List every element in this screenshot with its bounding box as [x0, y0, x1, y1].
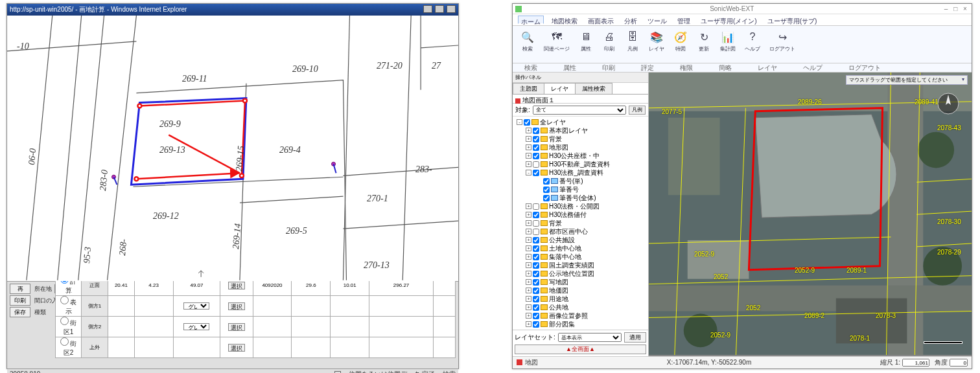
expander-icon[interactable]: + — [526, 144, 531, 150]
layer-checkbox[interactable] — [533, 304, 539, 311]
ribbon-tab[interactable]: 分析 — [622, 16, 640, 24]
scale-input[interactable] — [902, 359, 929, 367]
gray-select[interactable]: グレー — [183, 302, 209, 310]
tree-folder[interactable]: +H30法務・公開図 — [514, 202, 647, 210]
layer-checkbox[interactable] — [533, 212, 539, 218]
ribbon-button[interactable]: 🔍検索 — [518, 28, 537, 60]
tree-folder[interactable]: +部分図集 — [514, 320, 647, 328]
gray-select[interactable]: グレー — [183, 323, 209, 330]
expander-icon[interactable]: + — [526, 136, 531, 142]
expander-icon[interactable]: - — [526, 170, 531, 175]
ribbon-button[interactable]: 🖥属性 — [576, 28, 596, 60]
layer-checkbox[interactable] — [533, 203, 539, 210]
ribbon-tab[interactable]: ホーム — [518, 16, 544, 24]
ribbon-button[interactable]: ?ヘルプ — [742, 28, 763, 60]
radio-gaiku2[interactable] — [60, 337, 69, 346]
tree-folder[interactable]: +地形図 — [514, 143, 647, 152]
ribbon-tab[interactable]: ユーザ専用(メイン) — [698, 16, 760, 24]
tree-folder[interactable]: +背景 — [514, 219, 647, 227]
tree-folder[interactable]: +写地図 — [514, 278, 647, 286]
layer-checkbox[interactable] — [533, 229, 539, 235]
expander-icon[interactable]: + — [526, 212, 531, 218]
filter-select[interactable]: 全て — [533, 106, 626, 115]
ribbon-tab[interactable]: 画面表示 — [585, 16, 616, 24]
close-button[interactable]: × — [961, 5, 969, 12]
expander-icon[interactable]: + — [526, 304, 531, 310]
layer-tree[interactable]: -全レイヤ+基本図レイヤ+背景+地形図+H30公共座標・中+H30不動産_調査資… — [513, 117, 648, 330]
ribbon-button[interactable]: 🖨印刷 — [600, 28, 619, 60]
layer-checkbox[interactable] — [533, 271, 539, 277]
expander-icon[interactable]: + — [526, 271, 531, 277]
tree-layer[interactable]: 筆番号(全体) — [514, 194, 647, 202]
expander-icon[interactable]: + — [526, 203, 531, 209]
tree-folder[interactable]: +画像位置参照 — [514, 311, 647, 320]
ribbon-button[interactable]: 🧭特図 — [671, 28, 690, 60]
tree-folder[interactable]: +基本図レイヤ — [514, 126, 647, 135]
tree-folder[interactable]: -H30法務_調査資料 — [514, 168, 647, 177]
layer-checkbox[interactable] — [533, 136, 539, 142]
layer-checkbox[interactable] — [543, 178, 550, 185]
layer-checkbox[interactable] — [533, 288, 539, 294]
ribbon-button[interactable]: ↪ログアウト — [767, 28, 798, 60]
expander-icon[interactable]: + — [526, 262, 531, 268]
expander-icon[interactable]: + — [526, 153, 531, 159]
layer-checkbox[interactable] — [533, 296, 539, 302]
ribbon-tab[interactable]: ユーザ専用(サブ) — [765, 16, 820, 24]
select-row-button[interactable]: 選択 — [228, 323, 245, 331]
expander-icon[interactable]: + — [526, 229, 531, 234]
tree-folder[interactable]: +土地中心地 — [514, 244, 647, 253]
layer-checkbox[interactable] — [533, 170, 539, 176]
tree-folder[interactable]: +集落中心地 — [514, 253, 647, 261]
layer-checkbox[interactable] — [524, 119, 530, 126]
expander-icon[interactable]: + — [526, 245, 531, 251]
side-tab[interactable]: レイヤ — [544, 83, 576, 94]
expander-icon[interactable]: + — [526, 296, 531, 302]
expander-icon[interactable]: + — [526, 321, 531, 327]
tree-folder[interactable]: +公共施設 — [514, 236, 647, 244]
tree-folder[interactable]: +H30不動産_調査資料 — [514, 160, 647, 168]
maximize-button[interactable]: □ — [951, 5, 959, 12]
expander-icon[interactable]: + — [526, 254, 531, 260]
select-row-button[interactable]: 選択 — [228, 302, 245, 310]
layer-checkbox[interactable] — [533, 245, 539, 252]
select-row-button[interactable]: 選択 — [228, 344, 245, 352]
tree-folder[interactable]: +地価図 — [514, 286, 647, 295]
layer-checkbox[interactable] — [533, 128, 539, 134]
expander-icon[interactable]: + — [526, 279, 531, 285]
expander-icon[interactable]: + — [526, 220, 531, 226]
map-hint[interactable]: マウスドラッグで範囲を指定してください — [846, 75, 968, 85]
radio-gaiku1[interactable] — [60, 317, 69, 325]
ribbon-button[interactable]: 🗄凡例 — [623, 28, 642, 60]
tree-folder[interactable]: +用途地 — [514, 295, 647, 303]
tree-layer[interactable]: 番号(単) — [514, 177, 647, 185]
side-tab[interactable]: 属性検索 — [575, 83, 612, 94]
layer-checkbox[interactable] — [533, 237, 539, 243]
close-button[interactable] — [447, 5, 456, 13]
select-row-button[interactable]: 選択 — [228, 282, 245, 289]
ribbon-button[interactable]: ↻更新 — [694, 28, 714, 60]
minimize-button[interactable]: – — [942, 5, 950, 12]
ribbon-button[interactable]: 📊集計図 — [718, 28, 738, 60]
expander-icon[interactable]: + — [526, 288, 531, 293]
ribbon-tab[interactable]: 地図検索 — [549, 16, 580, 24]
trace-button[interactable]: 再 — [10, 284, 30, 294]
ribbon-button[interactable]: 📚レイヤ — [646, 28, 667, 60]
minimize-button[interactable] — [423, 5, 432, 13]
layer-checkbox[interactable] — [533, 321, 539, 328]
aerial-map[interactable]: マウスドラッグで範囲を指定してください 2077-52089-262089-41… — [649, 73, 972, 356]
layer-checkbox[interactable] — [533, 153, 539, 159]
app-titlebar[interactable]: SonicWeb-EXT – □ × — [513, 4, 972, 14]
layer-checkbox[interactable] — [533, 161, 539, 168]
maximize-button[interactable] — [435, 5, 444, 13]
ribbon-tab[interactable]: 管理 — [675, 16, 693, 24]
expander-icon[interactable]: + — [526, 237, 531, 243]
layer-checkbox[interactable] — [533, 220, 539, 227]
tree-folder[interactable]: +国土調査実績図 — [514, 261, 647, 269]
legend-button[interactable]: 凡例 — [629, 106, 646, 115]
tree-folder[interactable]: +背景 — [514, 135, 647, 143]
side-tab[interactable]: 主題図 — [513, 83, 544, 94]
layer-checkbox[interactable] — [533, 254, 539, 260]
ie-titlebar[interactable]: http://sp-unit-win2005/ - 画地計算 - Windows… — [7, 4, 458, 16]
radio-hyoji[interactable] — [60, 296, 69, 304]
tree-folder[interactable]: +公共地 — [514, 303, 647, 311]
